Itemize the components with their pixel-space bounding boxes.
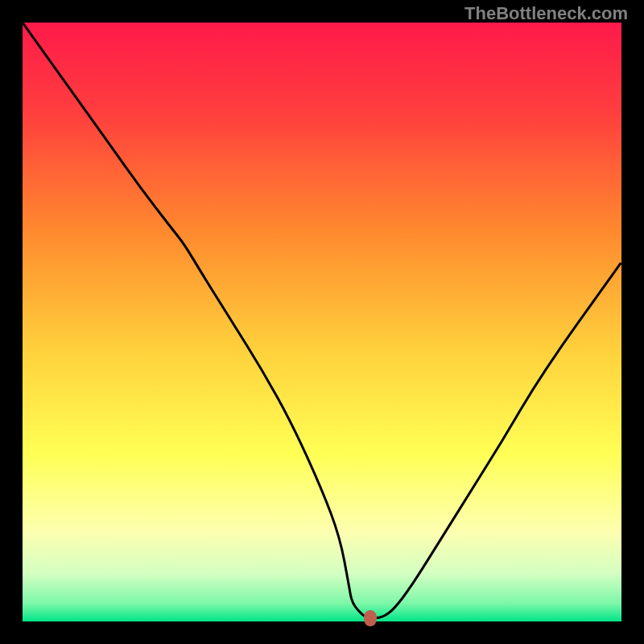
gradient-background [23,23,621,621]
chart-container: TheBottleneck.com [0,0,644,644]
plot-area [23,23,621,621]
chart-svg [23,23,621,621]
highlight-marker [364,610,377,626]
watermark-text: TheBottleneck.com [464,3,628,24]
